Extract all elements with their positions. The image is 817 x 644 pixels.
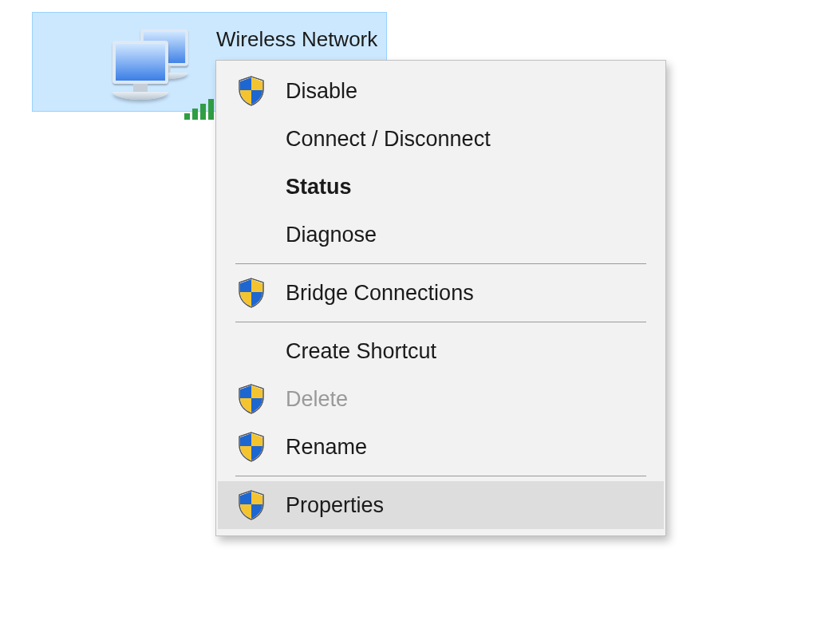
menu-item-label: Status (286, 175, 352, 200)
uac-shield-icon (238, 278, 265, 308)
menu-item-delete: Delete (218, 375, 664, 423)
uac-shield-icon (238, 76, 265, 106)
menu-item-label: Bridge Connections (286, 281, 474, 306)
menu-item-label: Create Shortcut (286, 339, 436, 364)
menu-item-disable[interactable]: Disable (218, 67, 664, 115)
menu-item-icon-slot (238, 76, 286, 106)
menu-item-diagnose[interactable]: Diagnose (218, 211, 664, 259)
uac-shield-icon (238, 384, 265, 414)
menu-item-shortcut[interactable]: Create Shortcut (218, 327, 664, 375)
uac-shield-icon (238, 432, 265, 462)
menu-separator (235, 322, 646, 322)
menu-item-properties[interactable]: Properties (218, 481, 664, 529)
menu-item-icon-slot (238, 278, 286, 308)
menu-item-bridge[interactable]: Bridge Connections (218, 269, 664, 317)
menu-item-status[interactable]: Status (218, 163, 664, 211)
menu-item-icon-slot (238, 384, 286, 414)
menu-item-rename[interactable]: Rename (218, 423, 664, 471)
menu-item-label: Diagnose (286, 223, 377, 247)
menu-item-icon-slot (238, 432, 286, 462)
menu-item-label: Rename (286, 435, 367, 460)
menu-separator (235, 476, 646, 476)
menu-item-label: Connect / Disconnect (286, 127, 491, 152)
network-adapter-icon (33, 21, 216, 109)
menu-separator (235, 263, 646, 264)
computer-icon (112, 41, 168, 100)
menu-item-label: Properties (286, 493, 384, 518)
menu-item-label: Disable (286, 79, 357, 104)
menu-item-connect[interactable]: Connect / Disconnect (218, 115, 664, 163)
uac-shield-icon (238, 490, 265, 520)
context-menu: DisableConnect / DisconnectStatusDiagnos… (215, 60, 666, 536)
menu-item-icon-slot (238, 490, 286, 520)
menu-item-label: Delete (286, 387, 348, 412)
